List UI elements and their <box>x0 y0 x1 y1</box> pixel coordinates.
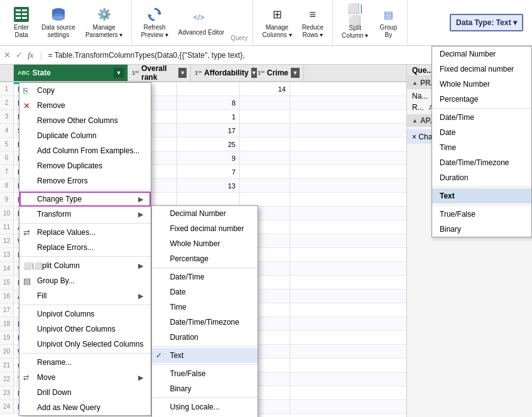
subtype-decimal[interactable]: Decimal Number <box>152 206 258 221</box>
crime-col-dropdown[interactable]: ▼ <box>291 68 300 78</box>
formula-sep: | <box>40 51 41 60</box>
dtype-fixed-decimal[interactable]: Fixed decimal number <box>432 62 531 77</box>
row-number: 23 <box>0 386 14 399</box>
svg-text:</>: </> <box>193 13 204 22</box>
menu-unpivot-selected[interactable]: Unpivot Only Selected Columns <box>19 337 151 352</box>
menu-fill[interactable]: Fill ▶ <box>19 288 151 303</box>
svg-rect-3 <box>16 13 21 15</box>
dtype-decimal[interactable]: Decimal Number <box>432 46 531 62</box>
manage-parameters-button[interactable]: ⚙️ ManageParameters ▾ <box>82 4 126 41</box>
subtype-duration[interactable]: Duration <box>152 330 258 345</box>
menu-split-column[interactable]: ⬜|⬜Split Column ▶ <box>19 258 151 273</box>
col-header-rank[interactable]: 1²³ Overall rank ▼ <box>128 65 191 81</box>
subtype-time[interactable]: Time <box>152 300 258 315</box>
row-number: 20 <box>0 345 14 358</box>
fill-arrow: ▶ <box>138 292 143 300</box>
menu-replace-errors[interactable]: Replace Errors... <box>19 240 151 255</box>
formula-cancel-icon[interactable]: ✕ <box>4 50 11 60</box>
subtype-using-locale[interactable]: Using Locale... <box>152 399 258 414</box>
subtype-percentage[interactable]: Percentage <box>152 251 258 266</box>
menu-replace-values[interactable]: ⇄Replace Values... <box>19 225 151 240</box>
group-by-button[interactable]: ▤ GroupBy <box>374 4 402 41</box>
dtype-truefalse[interactable]: True/False <box>432 207 531 222</box>
col-header-crime[interactable]: 1²³ Crime ▼ <box>254 65 304 81</box>
menu-add-from-examples[interactable]: Add Column From Examples... <box>19 143 151 158</box>
rank-col-dropdown[interactable]: ▼ <box>178 68 187 78</box>
row-number: 5 <box>0 138 14 151</box>
dtype-text[interactable]: Text <box>432 188 531 203</box>
queries-title: Que... <box>412 66 433 75</box>
top-dtype-dropdown: Decimal Number Fixed decimal number Whol… <box>432 46 532 237</box>
dtype-duration[interactable]: Duration <box>432 170 531 185</box>
row-num-header <box>0 65 14 81</box>
dtype-whole[interactable]: Whole Number <box>432 77 531 92</box>
subtype-fixed-decimal[interactable]: Fixed decimal number <box>152 221 258 236</box>
split-column-icon: ⬜|⬜ <box>346 6 364 23</box>
group-by-label: GroupBy <box>379 24 397 39</box>
state-col-label: State <box>33 68 51 77</box>
menu-remove-errors[interactable]: Remove Errors <box>19 173 151 188</box>
data-type-button[interactable]: Data Type: Text ▾ <box>450 14 523 31</box>
menu-copy[interactable]: ⎘Copy <box>19 83 151 98</box>
advanced-editor-button[interactable]: </> Advanced Editor <box>175 4 228 41</box>
menu-remove-duplicates[interactable]: Remove Duplicates <box>19 158 151 173</box>
crime-type-icon: 1²³ <box>258 70 264 76</box>
menu-drill-down[interactable]: Drill Down <box>19 385 151 400</box>
col-header-afford[interactable]: 1²³ Affordability ▼ <box>191 65 254 81</box>
subtype-text[interactable]: ✓Text <box>152 348 258 363</box>
split-column-button[interactable]: ⬜|⬜ SplitColumn ▾ <box>338 4 372 41</box>
svg-rect-2 <box>22 9 27 11</box>
svg-rect-1 <box>16 9 21 11</box>
sep1 <box>19 190 151 190</box>
state-col-dropdown[interactable]: ▼ <box>114 68 124 78</box>
dtype-datetimetz[interactable]: Date/Time/Timezone <box>432 155 531 170</box>
data-source-settings-label: Data sourcesettings <box>41 24 75 39</box>
menu-rename[interactable]: Rename... <box>19 355 151 370</box>
data-source-settings-button[interactable]: Data sourcesettings <box>38 4 79 41</box>
menu-duplicate[interactable]: Duplicate Column <box>19 128 151 143</box>
manage-columns-button[interactable]: ⊞ ManageColumns ▾ <box>258 4 295 41</box>
menu-change-type[interactable]: Change Type ▶ <box>19 192 151 207</box>
manage-parameters-icon: ⚙️ <box>95 6 113 23</box>
dtype-date[interactable]: Date <box>432 125 531 140</box>
context-menu: ⎘Copy ✕Remove Remove Other Columns Dupli… <box>19 82 151 416</box>
dtype-percentage[interactable]: Percentage <box>432 92 531 107</box>
move-arrow: ▶ <box>138 374 143 382</box>
toolbar: EnterData Data sourcesettings ⚙️ ManageP… <box>0 0 532 46</box>
dtype-datetime[interactable]: Date/Time <box>432 110 531 125</box>
subtype-binary[interactable]: Binary <box>152 381 258 396</box>
enter-data-label: EnterData <box>14 24 29 39</box>
row-number: 16 <box>0 290 14 303</box>
menu-unpivot-other[interactable]: Unpivot Other Columns <box>19 322 151 337</box>
subtype-date[interactable]: Date <box>152 284 258 300</box>
menu-remove-other[interactable]: Remove Other Columns <box>19 113 151 128</box>
menu-group-by[interactable]: ▤Group By... <box>19 273 151 288</box>
subtype-datetime[interactable]: Date/Time <box>152 269 258 284</box>
row-number: 19 <box>0 331 14 344</box>
refresh-preview-button[interactable]: RefreshPreview ▾ <box>137 4 171 41</box>
sep3 <box>19 256 151 257</box>
subtype-datetimetz[interactable]: Date/Time/Timezone <box>152 315 258 330</box>
menu-remove[interactable]: ✕Remove <box>19 98 151 113</box>
sep4 <box>19 305 151 305</box>
split-arrow: ▶ <box>138 262 143 270</box>
subtype-whole[interactable]: Whole Number <box>152 236 258 251</box>
dtype-binary[interactable]: Binary <box>432 222 531 237</box>
col-header-state[interactable]: ABC State ▼ <box>14 65 128 81</box>
formula-confirm-icon[interactable]: ✓ <box>16 50 23 60</box>
row-number: 21 <box>0 359 14 372</box>
row-number: 7 <box>0 165 14 178</box>
dtype-sep3 <box>432 205 531 205</box>
subtype-truefalse[interactable]: True/False <box>152 366 258 381</box>
menu-move[interactable]: ⇄Move ▶ <box>19 370 151 385</box>
copy-icon: ⎘ <box>23 86 28 95</box>
sep5 <box>19 353 151 354</box>
group-by-icon: ▤ <box>379 6 397 23</box>
menu-unpivot[interactable]: Unpivot Columns <box>19 306 151 322</box>
menu-add-as-new-query[interactable]: Add as New Query <box>19 400 151 415</box>
applied-arrow: ▲ <box>412 117 418 124</box>
dtype-time[interactable]: Time <box>432 140 531 155</box>
menu-transform[interactable]: Transform ▶ <box>19 207 151 222</box>
reduce-rows-button[interactable]: ≡ ReduceRows ▾ <box>298 4 327 41</box>
enter-data-button[interactable]: EnterData <box>8 4 35 41</box>
